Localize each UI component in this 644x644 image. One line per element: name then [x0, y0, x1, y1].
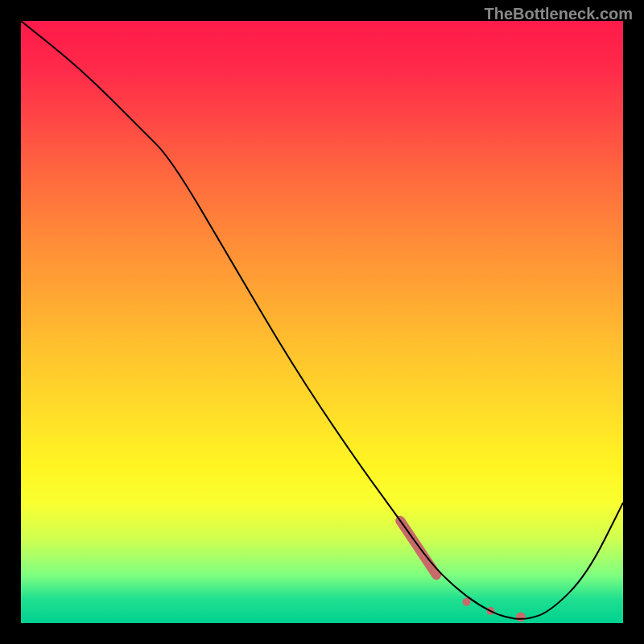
- chart-svg: [21, 21, 623, 623]
- plot-area: [21, 21, 623, 623]
- watermark-text: TheBottleneck.com: [485, 5, 633, 23]
- dot-1: [463, 598, 471, 606]
- marker-layer: [400, 521, 526, 622]
- dot-3: [516, 613, 526, 622]
- bottleneck-curve-path: [21, 21, 623, 619]
